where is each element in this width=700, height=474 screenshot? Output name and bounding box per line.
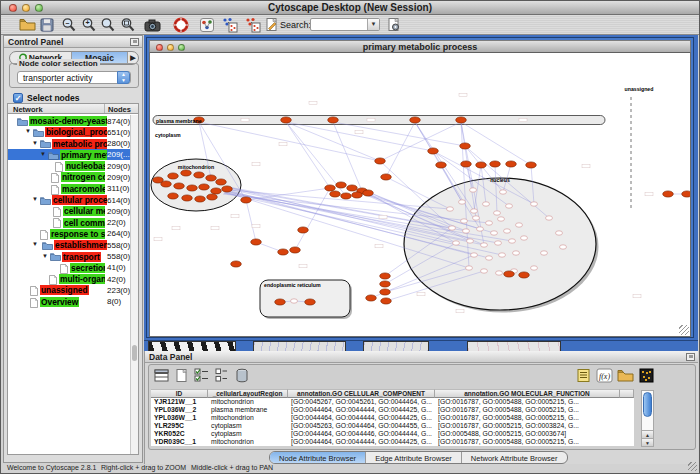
- select-attributes-icon[interactable]: [193, 367, 210, 384]
- node-color-combo[interactable]: transporter activity▲▼: [17, 71, 131, 84]
- network-node-selected[interactable]: [181, 170, 192, 176]
- network-node-selected[interactable]: [195, 196, 206, 202]
- network-edge[interactable]: [333, 122, 465, 146]
- tree-row[interactable]: ▼cellular process614(0): [8, 194, 130, 205]
- expander-icon[interactable]: ▼: [32, 241, 38, 247]
- network-node[interactable]: [466, 266, 473, 270]
- network-node-selected[interactable]: [298, 227, 309, 233]
- network-node-selected[interactable]: [222, 186, 233, 192]
- network-node[interactable]: [483, 202, 490, 206]
- network-node-selected[interactable]: [428, 148, 439, 154]
- network-node-selected[interactable]: [187, 185, 198, 191]
- network-node-selected[interactable]: [375, 158, 386, 164]
- window-resize-grip-icon[interactable]: [688, 462, 697, 471]
- network-node-selected[interactable]: [410, 117, 421, 123]
- table-header-cell[interactable]: ID: [151, 389, 208, 398]
- search-input[interactable]: ▼: [310, 18, 380, 31]
- expander-icon[interactable]: ▼: [40, 151, 46, 157]
- network-node-selected[interactable]: [519, 272, 530, 278]
- network-node-selected[interactable]: [328, 117, 339, 123]
- network-node[interactable]: [477, 227, 484, 231]
- network-node-selected[interactable]: [380, 273, 391, 279]
- network-node-selected[interactable]: [168, 173, 179, 179]
- network-node[interactable]: [516, 223, 523, 227]
- expander-icon[interactable]: ▼: [25, 128, 31, 134]
- network-node-selected[interactable]: [341, 193, 352, 199]
- network-node-selected[interactable]: [380, 289, 391, 295]
- float-panel-icon[interactable]: [130, 38, 139, 46]
- network-node-selected[interactable]: [281, 117, 292, 123]
- tree-row[interactable]: cellular metabo209(0): [8, 205, 130, 216]
- select-nodes-checkbox[interactable]: ✓: [13, 93, 23, 103]
- table-scrollbar-thumb[interactable]: [643, 392, 652, 417]
- expander-icon[interactable]: ▼: [32, 140, 38, 146]
- zoom-fit-icon[interactable]: [118, 16, 138, 34]
- table-row[interactable]: YLR295Ccytoplasm[GO:0045263, GO:0044464,…: [151, 422, 634, 430]
- network-node[interactable]: [481, 269, 488, 273]
- save-icon[interactable]: [37, 16, 57, 34]
- minimized-window-thumbnail[interactable]: [363, 341, 429, 351]
- network-node[interactable]: [471, 209, 478, 213]
- expander-icon[interactable]: ▼: [42, 253, 48, 259]
- vizmapper-icon[interactable]: [197, 16, 217, 34]
- network-node-selected[interactable]: [216, 179, 227, 185]
- network-node[interactable]: [447, 207, 454, 211]
- network-node[interactable]: [498, 217, 505, 221]
- plasma-membrane-region[interactable]: [153, 116, 605, 125]
- table-row[interactable]: YKR052Ccytoplasm[GO:0044464, GO:0044446,…: [151, 430, 634, 438]
- network-node-selected[interactable]: [336, 182, 347, 188]
- network-edge[interactable]: [386, 122, 415, 177]
- attribute-matrix-icon[interactable]: [638, 367, 655, 384]
- float-panel-icon[interactable]: [686, 353, 695, 361]
- network-node-selected[interactable]: [330, 191, 341, 197]
- network-node[interactable]: [486, 221, 493, 225]
- network-node-selected[interactable]: [504, 271, 515, 277]
- network-node-selected[interactable]: [211, 188, 222, 194]
- network-node-selected[interactable]: [278, 249, 289, 255]
- network-node[interactable]: [500, 190, 507, 194]
- tree-row[interactable]: nitrogen compo209(0): [8, 171, 130, 182]
- delete-attribute-icon[interactable]: [233, 367, 250, 384]
- network-node[interactable]: [467, 239, 474, 243]
- zoom-out-icon[interactable]: –: [59, 16, 79, 34]
- zoom-in-icon[interactable]: +: [79, 16, 99, 34]
- new-attribute-icon[interactable]: [173, 367, 190, 384]
- network-node[interactable]: [495, 241, 502, 245]
- network-node-selected[interactable]: [663, 191, 674, 197]
- tree-row[interactable]: mosaic-demo-yeast874(0): [8, 115, 130, 126]
- network-node-selected[interactable]: [206, 175, 217, 181]
- tree-row[interactable]: Overview8(0): [8, 296, 130, 307]
- chevron-down-icon[interactable]: ▼: [367, 19, 379, 30]
- network-node-selected[interactable]: [241, 197, 252, 203]
- network-node[interactable]: [463, 229, 470, 233]
- import-attributes-icon[interactable]: [617, 367, 634, 384]
- table-row[interactable]: YPL036W__1mitochondrion[GO:0044464, GO:0…: [151, 414, 634, 422]
- network-node-selected[interactable]: [182, 195, 193, 201]
- tree-row[interactable]: secretion41(0): [8, 262, 130, 273]
- network-node[interactable]: [496, 271, 503, 275]
- network-node-selected[interactable]: [207, 194, 218, 200]
- table-scrollbar[interactable]: ▲ ▼: [641, 390, 654, 447]
- network-node-selected[interactable]: [380, 281, 391, 287]
- network-node-selected[interactable]: [153, 177, 164, 183]
- network-node-selected[interactable]: [381, 298, 392, 304]
- network-node-selected[interactable]: [174, 183, 185, 189]
- network-node[interactable]: [473, 216, 480, 220]
- network-node-selected[interactable]: [231, 261, 242, 267]
- network-node[interactable]: [560, 245, 567, 249]
- search-settings-icon[interactable]: [385, 17, 403, 33]
- minimized-window-thumbnail[interactable]: [148, 341, 236, 351]
- table-header-cell[interactable]: [620, 389, 634, 398]
- table-row[interactable]: YJR121W__1mitochondrion[GO:0045267, GO:0…: [151, 398, 634, 406]
- tree-row[interactable]: response to stimulu264(0): [8, 228, 130, 239]
- help-ring-icon[interactable]: [171, 16, 191, 34]
- network-node[interactable]: [531, 266, 538, 270]
- minimized-window-thumbnail[interactable]: [253, 341, 346, 351]
- formula-builder-icon[interactable]: f(x): [596, 367, 613, 384]
- network-node-selected[interactable]: [347, 185, 358, 191]
- copy-network-blue-icon[interactable]: [219, 16, 239, 34]
- network-node-selected[interactable]: [325, 185, 336, 191]
- network-node-selected[interactable]: [366, 295, 377, 301]
- table-row[interactable]: YDR039C__1mitochondrion[GO:0044464, GO:0…: [151, 438, 634, 446]
- tree-row[interactable]: macromolecule311(0): [8, 183, 130, 194]
